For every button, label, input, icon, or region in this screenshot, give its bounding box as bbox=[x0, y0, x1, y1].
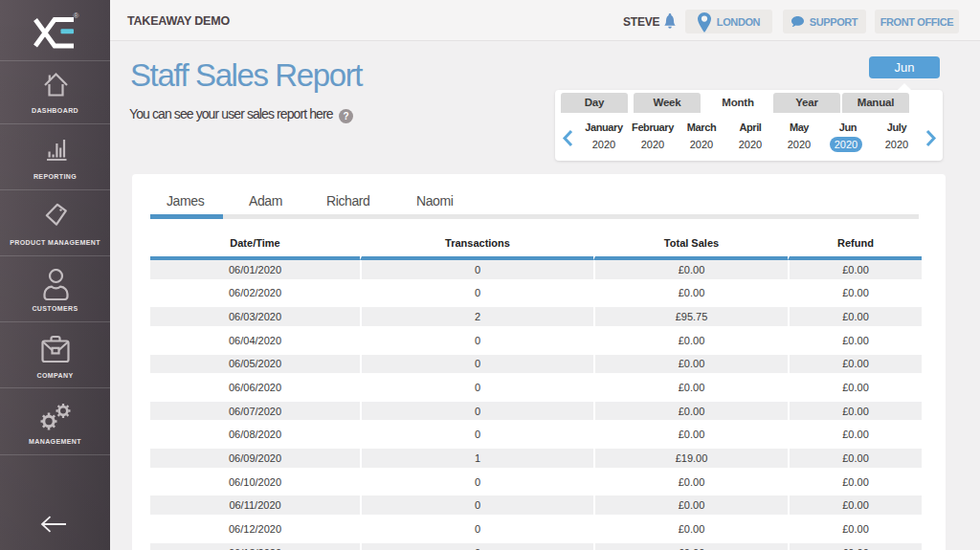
svg-text:®: ® bbox=[74, 11, 79, 20]
